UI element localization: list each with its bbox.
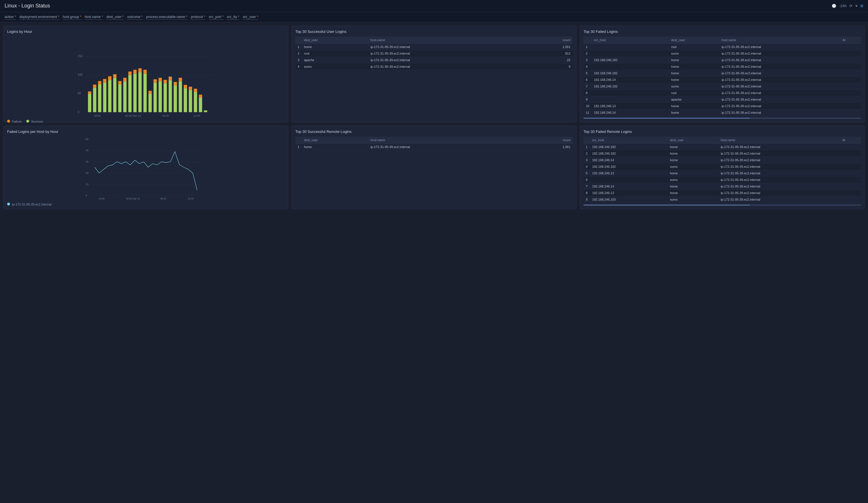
failure-dot — [7, 120, 10, 123]
filter-host-group[interactable]: host.group * — [63, 14, 81, 20]
filter-protocol[interactable]: protocol * — [191, 14, 206, 20]
svg-text:20: 20 — [85, 171, 88, 174]
table-row: 8 root ip-172-31-95-39.ec2.internal — [583, 90, 861, 96]
main-content: Logins by Hour 0 50 100 150 — [0, 22, 868, 213]
svg-rect-11 — [93, 85, 96, 88]
filter-process-exec-name[interactable]: process.executable.name * — [146, 14, 188, 20]
top30-successful-remote-title: Top 30 Successful Remote Logins — [295, 129, 573, 134]
clock-icon: 🕐 — [832, 4, 836, 8]
failed-logins-per-host-title: Failed Logins per Host by Hour — [7, 129, 285, 134]
time-range[interactable]: -24h — [839, 4, 847, 8]
refresh-icon[interactable]: ⟳ — [849, 4, 852, 8]
filter-outcome[interactable]: outcome * — [127, 14, 143, 20]
svg-rect-21 — [118, 81, 122, 85]
svg-text:0: 0 — [78, 111, 79, 114]
col-dest-user-header: dest_user — [302, 137, 368, 144]
filter-deployment-env[interactable]: deployment.environment * — [19, 14, 59, 20]
svg-rect-16 — [108, 80, 111, 112]
svg-rect-23 — [123, 78, 126, 81]
svg-rect-36 — [159, 82, 162, 112]
col-count-header: count — [528, 36, 573, 44]
svg-rect-12 — [98, 85, 101, 112]
svg-rect-48 — [189, 90, 192, 112]
svg-text:30: 30 — [85, 160, 88, 163]
table-row: 9 192.168.246.103 sumo ip-172-31-95-39.e… — [583, 196, 861, 203]
svg-rect-30 — [144, 74, 147, 112]
line-chart-legend: ip-172-31-95-39.ec2.internal — [7, 203, 285, 206]
success-dot — [26, 120, 29, 123]
table-row: 1 root ip-172-31-95-39.ec2.internal — [583, 44, 861, 50]
filter-host-name[interactable]: host.name * — [85, 14, 103, 20]
filter-src-user[interactable]: src_user * — [243, 14, 258, 20]
svg-rect-14 — [103, 83, 106, 112]
col-num-header — [295, 137, 302, 144]
svg-text:100: 100 — [78, 73, 83, 76]
svg-rect-41 — [169, 76, 172, 80]
col-at-header: At — [840, 36, 861, 44]
table-row: 9 apache ip-172-31-95-39.ec2.internal — [583, 96, 861, 103]
scrollbar[interactable] — [583, 118, 861, 118]
app-container: Linux - Login Status 🕐 -24h ⟳ ▾ ⊞ action… — [0, 0, 868, 213]
svg-text:0: 0 — [85, 194, 87, 197]
table-row: 10 192.168.246.13 home ip-172-31-95-39.e… — [583, 103, 861, 109]
svg-rect-29 — [138, 68, 142, 72]
svg-rect-8 — [88, 94, 91, 112]
svg-rect-15 — [103, 79, 106, 83]
svg-rect-24 — [128, 75, 132, 112]
col-dest-user-header: dest_user — [669, 36, 719, 44]
filter-action[interactable]: action * — [4, 14, 16, 20]
top30-failed-remote-title: Top 30 Failed Remote Logins — [583, 129, 861, 134]
top30-failed-title: Top 30 Failed Logins — [583, 30, 861, 34]
scrollbar-thumb-remote — [583, 205, 750, 206]
logins-by-hour-chart: 0 50 100 150 — [7, 36, 285, 117]
table-row: 11 192.168.246.14 home ip-172-31-95-39.e… — [583, 109, 861, 116]
filter-src-tty[interactable]: src_tty * — [227, 14, 239, 20]
table-row: 2 sumo ip-172-31-95-39.ec2.internal — [583, 50, 861, 57]
table-row: 3 apache ip-172-31-95-39.ec2.internal 22 — [295, 57, 573, 63]
svg-rect-47 — [184, 85, 187, 88]
filter-src-port[interactable]: src_port * — [209, 14, 223, 20]
svg-rect-9 — [88, 92, 91, 94]
table-row: 4 home ip-172-31-95-39.ec2.internal — [583, 63, 861, 70]
filter-dest-user[interactable]: dest_user * — [106, 14, 124, 20]
svg-rect-34 — [154, 83, 157, 112]
table-row: 2 root ip-172-31-95-39.ec2.internal 812 — [295, 50, 573, 57]
svg-text:06:00: 06:00 — [162, 114, 169, 117]
refresh-dropdown-icon[interactable]: ▾ — [855, 4, 857, 8]
filter-bar: action * deployment.environment * host.g… — [0, 12, 868, 22]
top30-successful-remote-table: dest_user host.name count 1 home ip-172-… — [295, 137, 573, 150]
col-hostname-header: host.name — [368, 137, 528, 144]
svg-rect-28 — [138, 72, 142, 112]
svg-text:18:00: 18:00 — [94, 114, 101, 117]
svg-text:10: 10 — [85, 183, 88, 186]
col-hostname-header: host.name — [719, 137, 840, 144]
table-row: 7 192.168.246.182 sumo ip-172-31-95-39.e… — [583, 83, 861, 90]
top30-successful-title: Top 30 Successful User Logins — [295, 30, 573, 34]
svg-rect-49 — [189, 87, 192, 90]
svg-text:150: 150 — [78, 55, 83, 58]
svg-rect-40 — [169, 80, 172, 112]
table-row: 3 192.168.246.14 home ip-172-31-95-39.ec… — [583, 157, 861, 164]
svg-rect-33 — [148, 91, 152, 94]
table-row: 1 192.168.246.182 home ip-172-31-95-39.e… — [583, 144, 861, 150]
svg-rect-10 — [93, 88, 96, 112]
bar-chart-legend: Failure Success — [7, 120, 285, 123]
svg-rect-26 — [133, 74, 136, 112]
svg-rect-32 — [148, 94, 152, 112]
svg-rect-42 — [174, 85, 177, 112]
svg-text:40: 40 — [85, 149, 88, 152]
logins-by-hour-title: Logins by Hour — [7, 30, 285, 34]
top30-successful-panel: Top 30 Successful User Logins dest_user … — [292, 26, 576, 122]
bar-chart-svg: 0 50 100 150 — [7, 36, 285, 117]
table-row: 4 192.168.246.182 sumo ip-172-31-95-39.e… — [583, 164, 861, 170]
svg-rect-50 — [194, 92, 197, 112]
svg-text:50: 50 — [78, 92, 81, 95]
logins-by-hour-panel: Logins by Hour 0 50 100 150 — [3, 26, 288, 122]
top30-failed-table: src_host dest_user host.name At 1 root i… — [583, 36, 861, 116]
col-count-header: count — [528, 137, 573, 144]
line-chart-svg: 0 10 20 30 40 50 1 — [7, 137, 285, 199]
filter-icon[interactable]: ⊞ — [860, 4, 864, 8]
scrollbar-remote[interactable] — [583, 205, 861, 206]
svg-rect-13 — [98, 81, 101, 85]
scrollbar-thumb — [583, 118, 750, 118]
